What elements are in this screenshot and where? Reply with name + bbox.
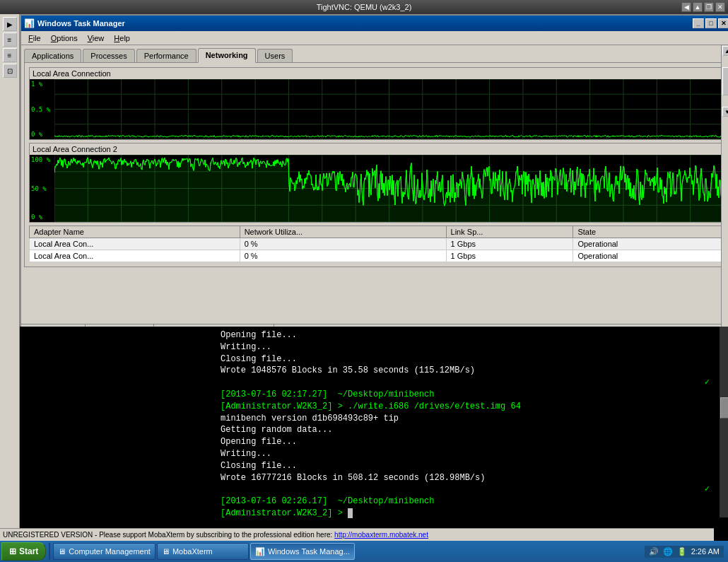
speed-2: 1 Gbps xyxy=(446,250,573,262)
cursor xyxy=(348,508,353,518)
unregistered-bar: UNREGISTERED VERSION - Please support Mo… xyxy=(0,528,714,541)
title-left: 📊 Windows Task Manager xyxy=(24,18,125,28)
term-line-15: [2013-07-16 02:26.17] ~/Desktop/minibenc… xyxy=(221,496,717,508)
taskbar: ⊞ Start 🖥 Computer Management 🖥 MobaXter… xyxy=(0,541,728,562)
col-speed[interactable]: Link Sp... xyxy=(446,226,573,238)
vnc-btn-close[interactable]: ✕ xyxy=(715,2,725,12)
y-label-bot-1: 0 % xyxy=(31,131,53,138)
graph-area-1: 1 % 0.5 % 0 % xyxy=(30,79,724,139)
term-prompt: [Administrator.W2K3_2] > xyxy=(221,508,717,520)
network-graph-2 xyxy=(54,155,724,222)
terminal-content: Opening file... Writing... Closing file.… xyxy=(218,327,720,528)
taskbar-btn-mobaxterm[interactable]: 🖥 MobaXterm xyxy=(157,543,249,560)
scroll-arrow-down[interactable]: ▼ xyxy=(722,107,728,117)
term-line-14: ✓ xyxy=(221,484,717,496)
taskbar-separator xyxy=(49,543,50,560)
taskmanager-icon: 📊 xyxy=(24,18,35,28)
network-table: Adapter Name Network Utiliza... Link Sp.… xyxy=(29,226,724,262)
tab-applications[interactable]: Applications xyxy=(24,49,81,62)
menubar: File Options View Help xyxy=(21,31,728,45)
y-label-top-2: 100 % xyxy=(31,156,53,163)
y-label-mid-2: 50 % xyxy=(31,185,53,192)
vnc-btn-2[interactable]: ▲ xyxy=(693,2,703,12)
scroll-arrow-up[interactable]: ▲ xyxy=(722,46,728,56)
graph-area-2: 100 % 50 % 0 % xyxy=(30,155,724,222)
terminal-scrollbar[interactable] xyxy=(720,327,728,517)
graph-panel-1: Local Area Connection 1 % 0.5 % 0 % xyxy=(29,67,724,140)
term-line-11: Writing... xyxy=(221,448,717,460)
terminal-scroll-thumb[interactable] xyxy=(720,397,728,418)
panel-icon-1[interactable]: ▶ xyxy=(3,17,17,31)
start-label: Start xyxy=(19,546,38,556)
networking-tab-content: Local Area Connection 1 % 0.5 % 0 % Loca… xyxy=(24,62,728,267)
taskbar-btn-label-3: Windows Task Manag... xyxy=(268,547,350,556)
y-label-mid-1: 0.5 % xyxy=(31,106,53,113)
vnc-btn-3[interactable]: ❐ xyxy=(704,2,714,12)
term-line-4: Wrote 1048576 Blocks in 35.58 seconds (1… xyxy=(221,365,717,377)
table-row: Local Area Con... 0 % 1 Gbps Operational xyxy=(30,238,724,250)
systray-time: 2:26 AM xyxy=(691,547,720,556)
term-line-7: [Administrator.W2K3_2] > ./write.i686 /d… xyxy=(221,401,717,413)
tab-users[interactable]: Users xyxy=(257,49,293,62)
y-labels-1: 1 % 0.5 % 0 % xyxy=(30,79,54,139)
start-button[interactable]: ⊞ Start xyxy=(1,542,46,561)
scrollbar-v[interactable]: ▲ ▼ xyxy=(721,45,728,328)
network-graph-1 xyxy=(54,79,724,139)
minimize-button[interactable]: _ xyxy=(693,18,704,28)
menu-file[interactable]: File xyxy=(24,33,45,44)
menu-options[interactable]: Options xyxy=(47,33,82,44)
menu-help[interactable]: Help xyxy=(110,33,134,44)
term-line-12: Closing file... xyxy=(221,460,717,472)
systray: 🔊 🌐 🔋 2:26 AM xyxy=(645,546,724,558)
y-label-bot-2: 0 % xyxy=(31,213,53,221)
y-label-top-1: 1 % xyxy=(31,81,53,88)
y-labels-2: 100 % 50 % 0 % xyxy=(30,155,54,222)
vnc-titlebar: TightVNC: QEMU (w2k3_2) ◀ ▲ ❐ ✕ xyxy=(0,0,728,14)
col-state[interactable]: State xyxy=(573,226,724,238)
start-icon: ⊞ xyxy=(9,546,16,556)
graph-label-1: Local Area Connection xyxy=(30,68,724,79)
taskbar-btn-label-1: Computer Management xyxy=(69,547,151,556)
tab-performance[interactable]: Performance xyxy=(136,49,196,62)
taskbar-btn-computer-management[interactable]: 🖥 Computer Management xyxy=(53,543,155,560)
left-panel: ▶ ≡ ≡ ⊡ xyxy=(0,14,20,537)
tabs-bar: Applications Processes Performance Netwo… xyxy=(21,45,728,62)
taskbar-btn-icon-3: 📊 xyxy=(255,547,265,556)
panel-icon-4[interactable]: ⊡ xyxy=(3,64,17,78)
col-adapter[interactable]: Adapter Name xyxy=(30,226,240,238)
taskbar-right: 🔊 🌐 🔋 2:26 AM xyxy=(645,546,727,558)
taskmanager-titlebar: 📊 Windows Task Manager _ □ ✕ xyxy=(21,16,728,31)
term-line-3: Closing file... xyxy=(221,353,717,365)
taskbar-btn-label-2: MobaXterm xyxy=(172,547,213,556)
state-2: Operational xyxy=(573,250,724,262)
window-controls: _ □ ✕ xyxy=(693,18,728,28)
taskmanager-title: Windows Task Manager xyxy=(37,19,125,28)
term-line-2: Writing... xyxy=(221,341,717,353)
panel-icon-2[interactable]: ≡ xyxy=(3,33,17,47)
menu-view[interactable]: View xyxy=(83,33,109,44)
panel-icon-3[interactable]: ≡ xyxy=(3,48,17,62)
vnc-btn-1[interactable]: ◀ xyxy=(681,2,691,12)
term-line-8: minibench version d1b698493c89+ tip xyxy=(221,413,717,425)
tab-networking[interactable]: Networking xyxy=(198,48,256,63)
graph-panel-2: Local Area Connection 2 100 % 50 % 0 % xyxy=(29,143,724,223)
scroll-thumb[interactable] xyxy=(722,67,728,95)
unregistered-link[interactable]: http://mobaxterm.mobatek.net xyxy=(334,531,428,539)
maximize-button[interactable]: □ xyxy=(705,18,717,28)
col-utilization[interactable]: Network Utiliza... xyxy=(240,226,446,238)
taskbar-btn-taskmanager[interactable]: 📊 Windows Task Manag... xyxy=(250,543,355,560)
term-line-1: Opening file... xyxy=(221,329,717,341)
systray-icon-3: 🔋 xyxy=(677,547,687,556)
close-button[interactable]: ✕ xyxy=(718,18,728,28)
table-row: Local Area Con... 0 % 1 Gbps Operational xyxy=(30,250,724,262)
utilization-1: 0 % xyxy=(240,238,446,250)
term-line-10: Opening file... xyxy=(221,436,717,448)
term-line-5: ✓ xyxy=(221,377,717,389)
tab-processes[interactable]: Processes xyxy=(83,49,134,62)
state-1: Operational xyxy=(573,238,724,250)
taskbar-btn-icon-2: 🖥 xyxy=(162,547,170,556)
systray-icon-2: 🌐 xyxy=(663,547,673,556)
graph-label-2: Local Area Connection 2 xyxy=(30,144,724,155)
utilization-2: 0 % xyxy=(240,250,446,262)
term-line-13: Wrote 16777216 Blocks in 508.12 seconds … xyxy=(221,472,717,484)
